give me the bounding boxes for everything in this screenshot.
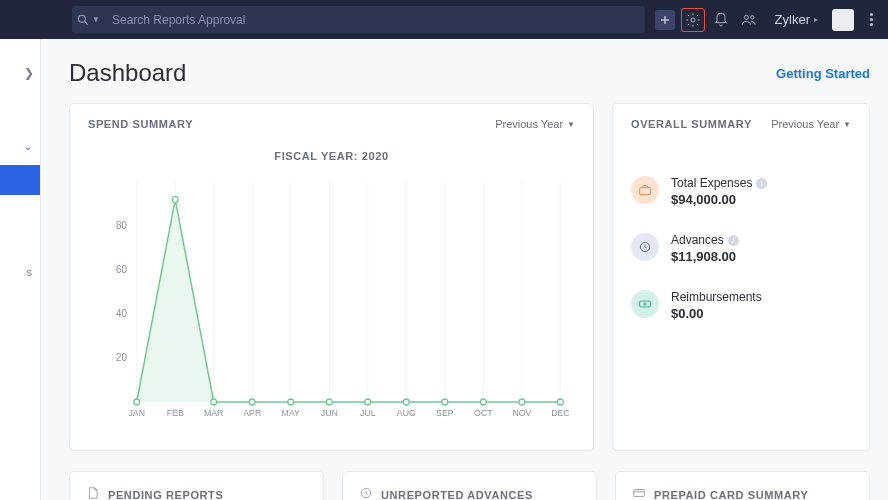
svg-point-28 bbox=[326, 399, 332, 405]
svg-text:DEC: DEC bbox=[551, 408, 570, 418]
pending-reports-card[interactable]: PENDING REPORTS bbox=[69, 471, 324, 500]
sidebar: ❯ ⌄ s bbox=[0, 39, 41, 500]
gear-icon bbox=[685, 12, 701, 28]
sidebar-item-letter[interactable]: s bbox=[27, 266, 33, 278]
avatar[interactable] bbox=[832, 9, 854, 31]
reimbursements-value: $0.00 bbox=[671, 306, 762, 321]
svg-point-6 bbox=[750, 15, 753, 18]
sidebar-item-active[interactable] bbox=[0, 165, 40, 195]
svg-point-24 bbox=[172, 197, 178, 203]
sidebar-toggle[interactable]: ❯ bbox=[24, 66, 34, 80]
svg-point-50 bbox=[644, 303, 646, 305]
svg-text:FEB: FEB bbox=[167, 408, 184, 418]
briefcase-icon bbox=[631, 176, 659, 204]
svg-point-5 bbox=[744, 15, 748, 19]
advances-row: Advancesi $11,908.00 bbox=[631, 233, 851, 264]
svg-rect-47 bbox=[640, 188, 651, 195]
document-icon bbox=[86, 486, 100, 500]
chart-title: FISCAL YEAR: 2020 bbox=[88, 150, 575, 162]
overall-period-dropdown[interactable]: Previous Year▼ bbox=[771, 118, 851, 130]
svg-text:60: 60 bbox=[116, 264, 127, 275]
clock-icon bbox=[631, 233, 659, 261]
notifications-button[interactable] bbox=[709, 8, 733, 32]
add-button[interactable] bbox=[653, 8, 677, 32]
reimbursements-label: Reimbursements bbox=[671, 290, 762, 304]
svg-text:40: 40 bbox=[116, 308, 127, 319]
svg-rect-49 bbox=[640, 301, 651, 307]
svg-point-27 bbox=[288, 399, 294, 405]
total-expenses-value: $94,000.00 bbox=[671, 192, 767, 207]
svg-point-25 bbox=[211, 399, 217, 405]
kebab-menu[interactable] bbox=[864, 13, 878, 26]
svg-point-26 bbox=[249, 399, 255, 405]
info-icon[interactable]: i bbox=[756, 178, 767, 189]
svg-point-29 bbox=[365, 399, 371, 405]
svg-text:AUG: AUG bbox=[397, 408, 416, 418]
overall-summary-card: OVERALL SUMMARY Previous Year▼ Total Exp… bbox=[612, 103, 870, 451]
prepaid-card-summary-label: PREPAID CARD SUMMARY bbox=[654, 489, 808, 500]
spend-chart: 20406080JANFEBMARAPRMAYJUNJULAUGSEPOCTNO… bbox=[88, 172, 575, 432]
main: Dashboard Getting Started SPEND SUMMARY … bbox=[41, 39, 888, 500]
svg-text:NOV: NOV bbox=[512, 408, 531, 418]
svg-line-1 bbox=[85, 21, 88, 24]
search-wrap: ▼ bbox=[72, 6, 645, 33]
svg-text:OCT: OCT bbox=[474, 408, 493, 418]
advances-label: Advances bbox=[671, 233, 724, 247]
advances-value: $11,908.00 bbox=[671, 249, 739, 264]
org-switcher[interactable]: Zylker ▸ bbox=[775, 12, 818, 27]
users-button[interactable] bbox=[737, 8, 761, 32]
svg-point-4 bbox=[691, 18, 695, 22]
svg-point-0 bbox=[78, 15, 85, 22]
card-icon bbox=[632, 486, 646, 500]
svg-text:MAY: MAY bbox=[282, 408, 300, 418]
unreported-advances-card[interactable]: UNREPORTED ADVANCES bbox=[342, 471, 597, 500]
settings-button[interactable] bbox=[681, 8, 705, 32]
svg-text:JAN: JAN bbox=[128, 408, 145, 418]
prepaid-card-summary-card[interactable]: PREPAID CARD SUMMARY bbox=[615, 471, 870, 500]
spend-summary-title: SPEND SUMMARY bbox=[88, 118, 193, 130]
svg-text:APR: APR bbox=[243, 408, 261, 418]
page-title: Dashboard bbox=[69, 59, 186, 87]
unreported-advances-label: UNREPORTED ADVANCES bbox=[381, 489, 533, 500]
getting-started-link[interactable]: Getting Started bbox=[776, 66, 870, 81]
svg-point-30 bbox=[403, 399, 409, 405]
total-expenses-row: Total Expensesi $94,000.00 bbox=[631, 176, 851, 207]
search-input[interactable] bbox=[104, 6, 645, 33]
svg-text:20: 20 bbox=[116, 352, 127, 363]
org-name: Zylker bbox=[775, 12, 810, 27]
svg-text:SEP: SEP bbox=[436, 408, 454, 418]
clock-icon bbox=[359, 486, 373, 500]
svg-point-34 bbox=[557, 399, 563, 405]
svg-point-33 bbox=[519, 399, 525, 405]
svg-point-32 bbox=[480, 399, 486, 405]
total-expenses-label: Total Expenses bbox=[671, 176, 752, 190]
spend-period-dropdown[interactable]: Previous Year▼ bbox=[495, 118, 575, 130]
spend-summary-card: SPEND SUMMARY Previous Year▼ FISCAL YEAR… bbox=[69, 103, 594, 451]
svg-text:JUN: JUN bbox=[321, 408, 338, 418]
pending-reports-label: PENDING REPORTS bbox=[108, 489, 223, 500]
bell-icon bbox=[713, 12, 729, 28]
cash-icon bbox=[631, 290, 659, 318]
users-icon bbox=[740, 12, 758, 28]
top-icons: Zylker ▸ bbox=[653, 8, 878, 32]
reimbursements-row: Reimbursements $0.00 bbox=[631, 290, 851, 321]
search-scope-toggle[interactable]: ▼ bbox=[72, 6, 104, 33]
svg-point-23 bbox=[134, 399, 140, 405]
svg-point-31 bbox=[442, 399, 448, 405]
svg-text:JUL: JUL bbox=[360, 408, 376, 418]
svg-rect-52 bbox=[634, 490, 645, 497]
sidebar-item-expand[interactable]: ⌄ bbox=[0, 131, 40, 161]
svg-text:MAR: MAR bbox=[204, 408, 223, 418]
overall-summary-title: OVERALL SUMMARY bbox=[631, 118, 752, 130]
info-icon[interactable]: i bbox=[728, 235, 739, 246]
svg-text:80: 80 bbox=[116, 220, 127, 231]
topbar: ▼ Zylker ▸ bbox=[0, 0, 888, 39]
